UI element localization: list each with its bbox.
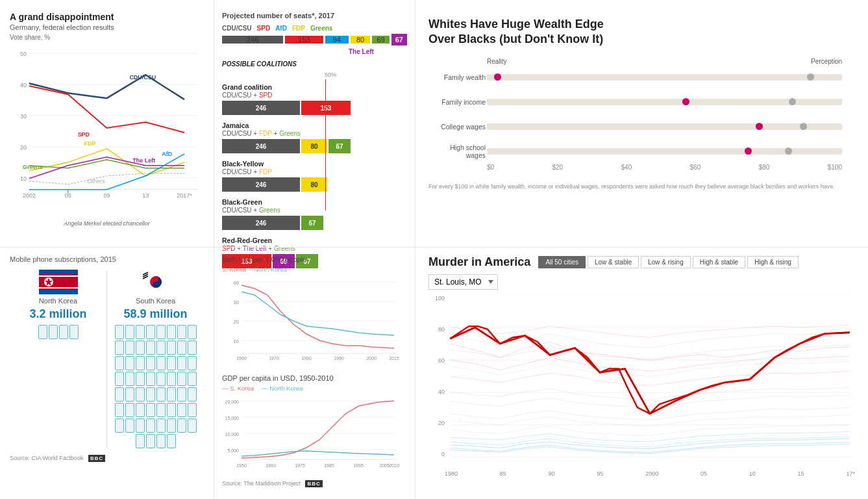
south-korea-section: South Korea 58.9 million (107, 270, 204, 448)
svg-text:30: 30 (233, 300, 239, 305)
nk-value: 3.2 million (13, 307, 103, 321)
svg-text:1970: 1970 (269, 356, 279, 361)
coalitions-title-text: Projected number of seats*, 2017 (222, 12, 407, 19)
svg-text:10,000: 10,000 (225, 432, 240, 437)
mobile-countries: North Korea 3.2 million (10, 270, 204, 448)
svg-text:2017*: 2017* (177, 192, 192, 199)
election-title: A grand disappointment (10, 12, 204, 22)
svg-text:1985: 1985 (324, 463, 334, 468)
greens-seats: 69 (372, 36, 389, 44)
coalition-black-green: Black-Green CDU/CSU + Greens 246 67 (222, 198, 407, 230)
coalition-grand: Grand coalition CDU/CSU + SPD 246 153 (222, 83, 407, 115)
wealth-row-highschool: High school wages (487, 146, 855, 157)
murder-title: Murder in America (428, 255, 530, 269)
svg-text:2010: 2010 (389, 463, 399, 468)
svg-text:1990: 1990 (334, 356, 344, 361)
election-svg: 50 40 30 20 10 2002 05 09 13 2017* CDU/C… (10, 44, 204, 219)
wealth-bar-fw (487, 71, 855, 83)
nk-name: North Korea (13, 297, 103, 305)
svg-text:1960: 1960 (266, 463, 276, 468)
wealth-row-family-wealth: Family wealth (487, 71, 855, 83)
svg-text:FDP: FDP (84, 140, 96, 147)
svg-text:1980: 1980 (301, 356, 312, 361)
svg-text:Greens: Greens (23, 164, 43, 170)
korea-panel: Birth rate per 1,000 people S. Korea Nor… (214, 247, 415, 499)
birth-chart-title: Birth rate per 1,000 people (222, 255, 407, 263)
spd-seats: 153 (285, 36, 323, 44)
filter-high-stable[interactable]: High & stable (693, 256, 745, 268)
svg-text:AfD: AfD (162, 151, 172, 157)
svg-text:1975: 1975 (295, 463, 305, 468)
svg-text:20: 20 (233, 319, 239, 325)
cdu-seats: 246 (222, 36, 283, 44)
svg-text:1995: 1995 (353, 463, 364, 468)
perception-label: Perception (811, 58, 842, 65)
svg-text:40: 40 (233, 280, 239, 286)
svg-text:10: 10 (20, 175, 27, 182)
murder-panel: Murder in America All 50 cities Low & st… (415, 247, 868, 499)
svg-text:2015: 2015 (389, 356, 399, 361)
sk-name: South Korea (110, 297, 201, 305)
fdp-seats: 80 (351, 36, 371, 44)
svg-text:10: 10 (233, 339, 239, 344)
row-label-fw: Family wealth (428, 73, 486, 81)
svg-text:The Left: The Left (132, 157, 155, 164)
svg-text:1960: 1960 (236, 356, 247, 361)
north-korea-section: North Korea 3.2 million (10, 270, 107, 448)
sk-value: 58.9 million (110, 307, 201, 321)
wealth-footnote: For every $100 in white family wealth, i… (428, 183, 855, 191)
filter-high-rising[interactable]: High & rising (747, 256, 799, 268)
svg-text:40: 40 (20, 82, 27, 88)
afd-seats: 94 (325, 36, 349, 44)
murder-y-axis: 100 80 60 40 20 0 (428, 295, 445, 457)
gdp-chart-title: GDP per capita in USD, 1950-2010 (222, 374, 407, 382)
coalitions-title: Projected number of seats*, 2017 (222, 12, 407, 19)
coalition-jamaica: Jamaica CDU/CSU + FDP + Greens 246 80 67 (222, 122, 407, 153)
svg-text:1950: 1950 (236, 463, 247, 468)
wealth-title: Whites Have Huge Wealth EdgeOver Blacks … (428, 17, 855, 47)
reality-label: Reality (487, 58, 507, 65)
wealth-panel: Whites Have Huge Wealth EdgeOver Blacks … (415, 0, 868, 247)
gdp-chart: 20,000 15,000 10,000 5,000 1950 1960 197… (222, 394, 407, 474)
svg-text:20,000: 20,000 (225, 400, 240, 404)
birth-legend: S. Korea North Korea (222, 266, 407, 273)
nk-phones (13, 325, 103, 339)
filter-low-rising[interactable]: Low & rising (641, 256, 690, 268)
merkel-note: Angela Merkel elected chancellor (10, 220, 204, 227)
svg-text:20: 20 (20, 144, 27, 151)
korea-source: Source: The Maddison Project BBC (222, 480, 407, 487)
svg-rect-27 (39, 287, 78, 288)
svg-text:2005: 2005 (379, 463, 390, 468)
svg-text:30: 30 (20, 113, 27, 120)
wealth-row-family-income: Family income (487, 96, 855, 108)
sk-phones (110, 325, 201, 448)
pct-label: 50% (325, 71, 336, 78)
svg-rect-26 (39, 275, 78, 277)
murder-header: Murder in America All 50 cities Low & st… (428, 255, 855, 269)
sk-flag-container (110, 270, 201, 294)
svg-point-33 (153, 282, 158, 288)
murder-dropdown-container: St. Louis, MO Chicago, IL New York, NY B… (428, 274, 855, 290)
nk-legend: North Korea (254, 266, 287, 273)
wealth-row-college: College wages (487, 121, 855, 133)
svg-text:2002: 2002 (23, 192, 36, 199)
svg-text:2000: 2000 (366, 356, 377, 361)
sk-flag (136, 270, 175, 294)
bbc-logo-korea: BBC (305, 480, 322, 487)
election-axis-label: Vote share, % (10, 34, 204, 41)
city-select[interactable]: St. Louis, MO Chicago, IL New York, NY B… (428, 274, 498, 290)
pct-area: 50% (222, 71, 407, 81)
mobile-source: Source: CIA World Factbook BBC (10, 455, 204, 462)
nk-flag-container (13, 270, 103, 294)
svg-text:09: 09 (104, 192, 110, 199)
filter-all-cities[interactable]: All 50 cities (538, 256, 586, 268)
gdp-nk-legend: — North Korea (262, 385, 303, 392)
svg-text:50: 50 (20, 51, 27, 57)
seats-header: 246 153 94 80 69 67 (222, 34, 407, 45)
svg-text:13: 13 (142, 192, 149, 199)
murder-x-axis: 1980 85 90 95 2000 05 10 15 17* (445, 470, 855, 477)
bbc-logo-mobile: BBC (88, 455, 105, 462)
threshold-line (325, 79, 326, 211)
filter-low-stable[interactable]: Low & stable (588, 256, 639, 268)
perception-dot-fw (807, 73, 814, 81)
